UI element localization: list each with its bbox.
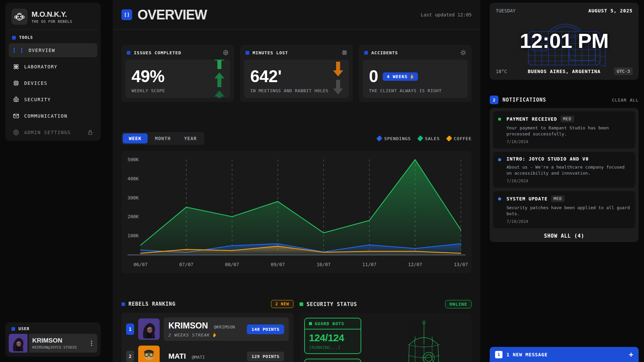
temperature: 18°C <box>496 69 507 74</box>
stat-title: MINUTES LOST <box>253 50 288 55</box>
new-badge: 2 NEW <box>271 300 293 308</box>
guard-bots-count: 124/124 <box>309 332 357 344</box>
ranking-list: 1 KRIMS <box>121 313 293 362</box>
stat-value: 0 <box>369 68 378 85</box>
svg-text:07/07: 07/07 <box>179 262 193 267</box>
stat-card-minutes-lost: MINUTES LOST 642' IN MEETINGS AND RABBIT… <box>240 45 353 102</box>
robot-icon <box>13 96 19 103</box>
mail-icon <box>13 113 19 119</box>
stat-value: 49% <box>131 68 224 85</box>
streak-badge: 4 WEEKS <box>383 72 418 81</box>
notifications-title: NOTIFICATIONS <box>502 97 546 103</box>
stat-caption: IN MEETINGS AND RABBIT HOLES <box>250 88 343 93</box>
more-options-icon[interactable] <box>89 340 94 346</box>
priority-badge: MED <box>551 195 565 202</box>
range-tabs: WEEK MONTH YEAR <box>121 132 204 145</box>
stat-card-accidents: ACCIDENTS 0 4 WEEKS THE CLIENT ALWAYS <box>359 45 472 102</box>
chart-canvas: 100K200K300K400K500K06/0707/0708/0709/07… <box>121 151 472 273</box>
clear-all-button[interactable]: CLEAR ALL <box>612 98 639 103</box>
notifications-panel: PAYMENT RECEIVED MED Your payment to Ram… <box>490 108 639 242</box>
new-message-bar[interactable]: 1 1 NEW MESSAGE + <box>490 347 639 362</box>
notification-system-update[interactable]: SYSTEM UPDATE MED Security patches have … <box>493 191 635 228</box>
diamond-icon <box>446 135 452 141</box>
clock-city: BUENOS AIRES, ARGENTINA <box>496 69 633 74</box>
blue-square-bullet <box>11 327 15 331</box>
green-square-bullet <box>309 322 312 325</box>
user-section-label: USER <box>9 325 97 334</box>
tab-month[interactable]: MONTH <box>149 133 177 143</box>
avatar <box>138 346 160 362</box>
status-dot <box>498 118 501 121</box>
sidebar-item-overview[interactable]: [ ] OVERVIEW <box>9 43 97 57</box>
rank-name: KRIMSON <box>168 321 208 330</box>
chip-icon[interactable] <box>341 50 347 56</box>
ranking-row-2[interactable]: 2 MATI @MA <box>126 346 289 362</box>
monkey-logo-icon <box>11 9 28 25</box>
stats-row: ISSUES COMPLETED 49% WEEKLY SCOPE <box>121 45 472 102</box>
stat-value-box: 642' IN MEETINGS AND RABBIT HOLES <box>244 60 349 98</box>
sidebar-item-devices[interactable]: DEVICES <box>9 76 97 90</box>
atom-icon <box>13 63 19 70</box>
app-subtitle: THE OS FOR REBELS <box>32 19 72 24</box>
notification-date: 7/10/2024 <box>506 179 630 183</box>
show-all-button[interactable]: SHOW ALL (4) <box>493 228 635 241</box>
svg-text:100K: 100K <box>127 233 139 238</box>
overview-brackets-icon: [] <box>121 9 132 20</box>
stat-card-issues-completed: ISSUES COMPLETED 49% WEEKLY SCOPE <box>121 45 234 102</box>
guard-bot-wireframe <box>402 320 445 362</box>
hex-gear-icon <box>13 129 19 136</box>
guard-bots-box: GUARD BOTS 124/124 [RUNNING...] <box>304 318 361 354</box>
tab-week[interactable]: WEEK <box>123 133 148 143</box>
notification-payment-received[interactable]: PAYMENT RECEIVED MED Your payment to Ram… <box>493 111 635 148</box>
notifications-header: 2 NOTIFICATIONS CLEAR ALL <box>490 96 639 104</box>
svg-text:12/07: 12/07 <box>408 262 422 267</box>
flame-icon <box>212 333 216 338</box>
chart-controls: WEEK MONTH YEAR SPENDINGS SALES COFFEE <box>121 132 472 145</box>
notification-date: 7/10/2024 <box>506 219 630 224</box>
green-square-bullet <box>300 302 303 306</box>
svg-text:09/07: 09/07 <box>271 262 285 267</box>
rank-name: MATI <box>168 352 186 360</box>
sunburst-icon[interactable] <box>460 50 466 56</box>
diamond-icon <box>417 135 423 141</box>
ranking-row-1[interactable]: 1 KRIMS <box>126 317 289 341</box>
security-status-card: SECURITY STATUS ONLINE GUARD BOTS 124/12… <box>300 300 472 362</box>
points-badge: 148 POINTS <box>247 324 284 334</box>
svg-text:300K: 300K <box>127 195 139 200</box>
svg-text:11/07: 11/07 <box>362 262 376 267</box>
sidebar-nav: [ ] OVERVIEW LABORATORY DEVICES <box>9 43 97 139</box>
stat-value-box: 49% WEEKLY SCOPE <box>125 60 230 98</box>
tools-section-label: TOOLS <box>9 30 97 43</box>
tab-year[interactable]: YEAR <box>178 133 203 143</box>
svg-text:10/07: 10/07 <box>317 262 331 267</box>
plus-icon[interactable]: + <box>629 350 633 359</box>
clock-time: 12:01 PM <box>490 29 639 53</box>
notification-body: Your payment to Rampant Studio has been … <box>506 125 630 137</box>
stat-value-box: 0 4 WEEKS THE CLIENT ALWAYS IS RIGHT <box>363 60 468 98</box>
notification-body: Security patches have been applied to al… <box>506 205 630 217</box>
chart-legend: SPENDINGS SALES COFFEE <box>377 136 472 141</box>
area-chart: 100K200K300K400K500K06/0707/0708/0709/07… <box>121 151 472 273</box>
guard-bots-state: [RUNNING...] <box>309 345 357 350</box>
sidebar-item-security[interactable]: SECURITY <box>9 93 97 107</box>
lock-icon <box>87 129 93 135</box>
trend-up-arrows <box>213 60 225 98</box>
clock-card: TUESDAY AUGUST 5, 2025 12:01 PM 18°C BUE… <box>490 3 639 80</box>
user-card[interactable]: KRIMSON KRIMSON@JOYCO.STUDIO <box>9 334 97 353</box>
message-label: 1 NEW MESSAGE <box>506 352 548 357</box>
sidebar-item-laboratory[interactable]: LABORATORY <box>9 60 97 74</box>
legend-coffee[interactable]: COFFEE <box>447 136 472 141</box>
status-dot <box>498 158 501 161</box>
brackets-icon: [ ] <box>13 47 24 53</box>
legend-spendings[interactable]: SPENDINGS <box>377 136 411 141</box>
sidebar-item-admin-settings[interactable]: ADMIN SETTINGS <box>9 125 97 139</box>
notification-intro[interactable]: INTRO: JOYCO STUDIO AND V0 About us - We… <box>493 152 635 188</box>
main-content: [] OVERVIEW Last updated 12:05 ISSUES CO… <box>113 0 480 362</box>
stat-title: ACCIDENTS <box>371 50 398 55</box>
svg-text:500K: 500K <box>127 157 139 162</box>
trend-down-arrows <box>332 62 344 98</box>
legend-sales[interactable]: SALES <box>418 136 440 141</box>
stat-value: 642' <box>250 68 343 85</box>
sidebar-item-communication[interactable]: COMMUNICATION <box>9 109 97 123</box>
hex-gear-icon[interactable] <box>223 50 229 56</box>
